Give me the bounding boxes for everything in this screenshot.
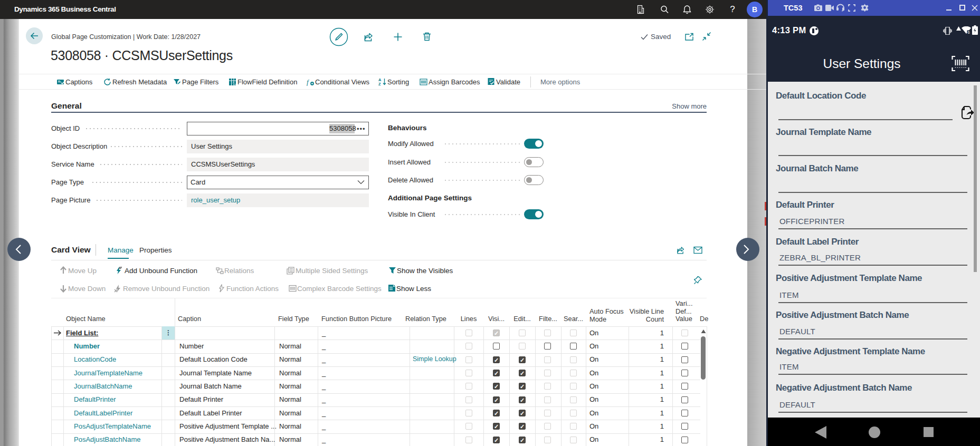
svg-text:6: 6	[968, 30, 970, 34]
svg-text:f: f	[307, 78, 310, 86]
svg-text:Z: Z	[378, 82, 381, 86]
